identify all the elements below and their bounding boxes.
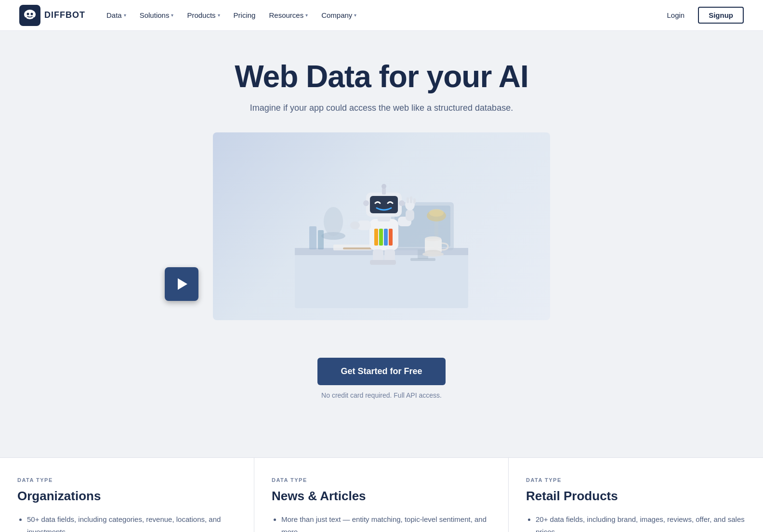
svg-point-18 [429, 209, 444, 217]
data-card-news: DATA TYPE News & Articles More than just… [254, 458, 509, 532]
data-card-retail: DATA TYPE Retail Products 20+ data field… [509, 458, 763, 532]
svg-rect-11 [318, 230, 324, 249]
svg-rect-32 [370, 196, 398, 213]
data-card-organizations: DATA TYPE Organizations 50+ data fields,… [0, 458, 254, 532]
nav-company[interactable]: Company ▾ [316, 7, 362, 23]
login-button[interactable]: Login [661, 7, 690, 23]
data-type-bullets-0: 50+ data fields, including categories, r… [17, 513, 237, 532]
svg-rect-40 [413, 198, 416, 204]
nav-pricing[interactable]: Pricing [228, 7, 262, 23]
data-type-label-0: DATA TYPE [17, 477, 237, 483]
list-item: 50+ data fields, including categories, r… [27, 513, 237, 532]
svg-point-45 [363, 200, 369, 206]
play-icon [178, 278, 187, 290]
svg-rect-38 [407, 197, 409, 203]
brand-name: DIFFBOT [44, 10, 85, 20]
nav-products[interactable]: Products ▾ [181, 7, 225, 23]
svg-rect-5 [33, 17, 36, 19]
svg-point-46 [399, 200, 405, 206]
svg-point-48 [382, 184, 386, 189]
svg-rect-24 [343, 247, 372, 249]
data-type-title-2: Retail Products [526, 489, 746, 504]
signup-button[interactable]: Signup [698, 7, 744, 24]
data-type-bullets-2: 20+ data fields, including brand, images… [526, 513, 746, 532]
svg-rect-47 [382, 188, 386, 195]
video-thumbnail[interactable] [213, 132, 550, 320]
data-type-label-2: DATA TYPE [526, 477, 746, 483]
data-type-bullets-1: More than just text — entity matching, t… [272, 513, 491, 532]
svg-point-2 [27, 13, 29, 15]
svg-rect-15 [410, 258, 435, 261]
navigation: DIFFBOT Data ▾ Solutions ▾ Products ▾ Pr… [0, 0, 763, 31]
svg-rect-4 [24, 17, 26, 19]
hero-subtitle: Imagine if your app could access the web… [10, 103, 753, 113]
svg-rect-10 [309, 226, 316, 249]
svg-point-34 [350, 221, 360, 229]
data-type-label-1: DATA TYPE [272, 477, 491, 483]
nav-resources[interactable]: Resources ▾ [263, 7, 314, 23]
cta-section: Get Started for Free No credit card requ… [10, 339, 753, 409]
svg-rect-26 [374, 229, 378, 246]
svg-point-3 [31, 13, 33, 15]
svg-rect-29 [389, 229, 393, 246]
chevron-icon: ▾ [305, 13, 308, 18]
cta-note: No credit card required. Full API access… [321, 391, 442, 399]
nav-actions: Login Signup [661, 7, 744, 24]
svg-rect-27 [379, 229, 383, 246]
get-started-button[interactable]: Get Started for Free [317, 358, 445, 385]
play-button[interactable] [165, 267, 198, 301]
svg-rect-36 [406, 209, 414, 221]
hero-section: Web Data for your AI Imagine if your app… [0, 31, 763, 428]
data-type-title-0: Organizations [17, 489, 237, 504]
data-types-section: DATA TYPE Organizations 50+ data fields,… [0, 457, 763, 532]
svg-rect-28 [384, 229, 388, 246]
chevron-icon: ▾ [171, 13, 173, 18]
nav-solutions[interactable]: Solutions ▾ [134, 7, 180, 23]
chevron-icon: ▾ [124, 13, 126, 18]
hero-title: Web Data for your AI [10, 60, 753, 93]
svg-rect-39 [410, 196, 412, 203]
logo[interactable]: DIFFBOT [19, 5, 85, 26]
nav-links: Data ▾ Solutions ▾ Products ▾ Pricing Re… [101, 7, 661, 23]
nav-data[interactable]: Data ▾ [101, 7, 132, 23]
svg-point-22 [422, 252, 444, 257]
chevron-icon: ▾ [354, 13, 356, 18]
video-container [213, 132, 550, 320]
svg-point-9 [324, 207, 343, 236]
chevron-icon: ▾ [218, 13, 220, 18]
list-item: 20+ data fields, including brand, images… [536, 513, 746, 532]
robot-scene [213, 132, 550, 320]
svg-rect-44 [382, 260, 396, 265]
list-item: More than just text — entity matching, t… [281, 513, 491, 532]
data-type-title-1: News & Articles [272, 489, 491, 504]
svg-point-20 [425, 236, 441, 241]
